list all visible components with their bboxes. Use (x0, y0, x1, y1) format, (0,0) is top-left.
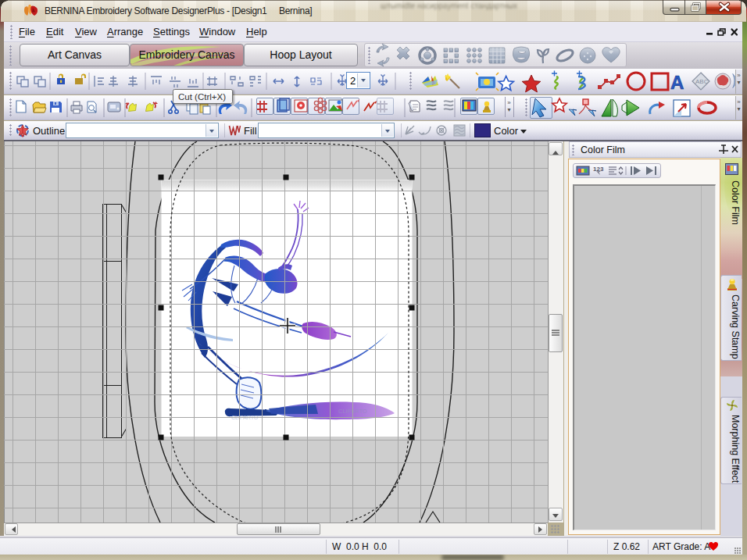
svg-text:A: A (670, 72, 684, 93)
svg-text:ABC: ABC (695, 78, 709, 85)
